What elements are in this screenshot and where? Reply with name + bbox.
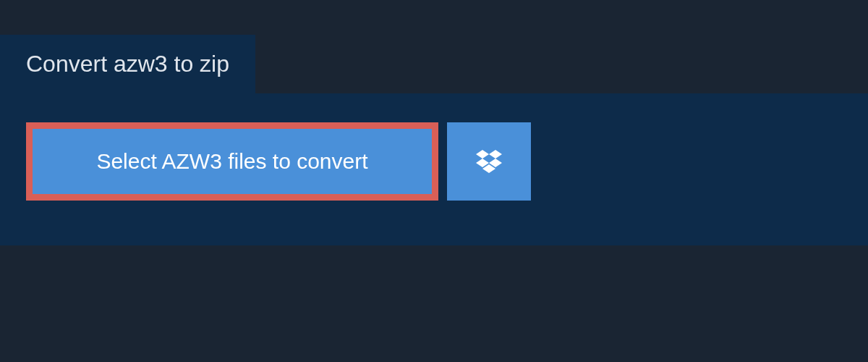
button-row: Select AZW3 files to convert bbox=[26, 122, 842, 201]
dropbox-button[interactable] bbox=[447, 122, 531, 201]
tab-title: Convert azw3 to zip bbox=[26, 51, 229, 77]
select-files-label: Select AZW3 files to convert bbox=[96, 149, 367, 174]
converter-panel: Select AZW3 files to convert bbox=[0, 93, 868, 245]
tab-bar: Convert azw3 to zip bbox=[0, 35, 868, 93]
tab-convert[interactable]: Convert azw3 to zip bbox=[0, 35, 255, 93]
select-files-button[interactable]: Select AZW3 files to convert bbox=[26, 122, 438, 201]
dropbox-icon bbox=[476, 150, 502, 173]
